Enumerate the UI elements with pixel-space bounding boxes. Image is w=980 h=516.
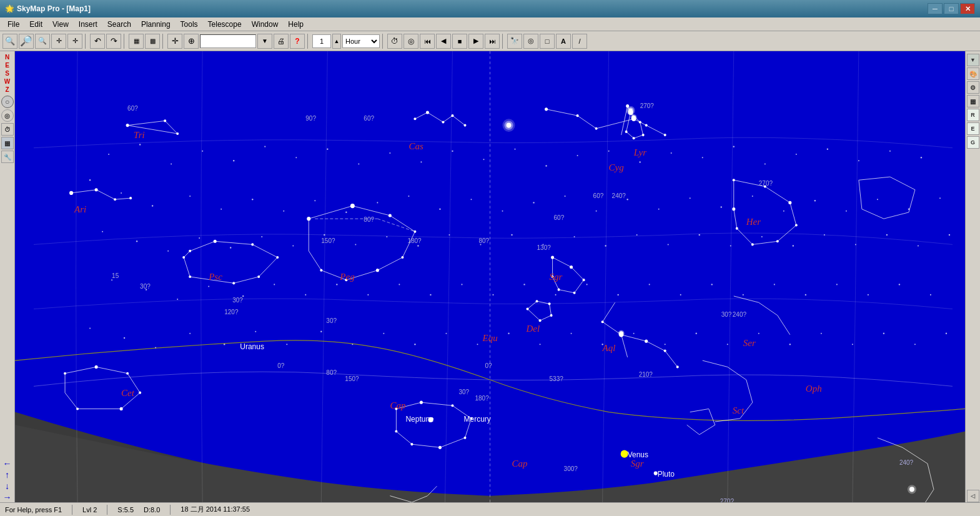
main-area: N E S W Z ○ ◎ ⏱ ▦ 🔧 ← ↑ ↓ → (0, 51, 980, 502)
svg-point-264 (189, 275, 191, 278)
crosshair-ew-button[interactable]: ✛ (67, 34, 82, 49)
svg-point-271 (376, 269, 379, 272)
menu-insert[interactable]: Insert (74, 19, 102, 30)
svg-text:30?: 30? (326, 317, 337, 324)
search-dropdown-button[interactable]: ▼ (257, 34, 272, 49)
step-back-end[interactable]: ⏮ (420, 34, 435, 49)
svg-point-207 (461, 284, 462, 285)
svg-point-254 (69, 191, 73, 195)
right-btn-4[interactable]: ▦ (967, 95, 979, 107)
reticle-button[interactable]: ◎ (1, 109, 14, 122)
right-btn-2[interactable]: 🎨 (967, 67, 979, 80)
svg-point-113 (108, 154, 109, 155)
help-button[interactable]: ? (290, 34, 305, 49)
right-btn-1[interactable]: ▼ (967, 54, 979, 66)
toolbar: 🔍 🔎 🔍 ✛ ✛ ↶ ↷ ▦ ▩ ✛ ⊕ ▼ 🖨 ? ▲ Hour Minut… (0, 31, 980, 51)
text-button[interactable]: A (556, 34, 571, 49)
step-back[interactable]: ◀ (436, 34, 451, 49)
step-fwd-end[interactable]: ⏭ (485, 34, 500, 49)
scroll-up-button[interactable]: ↑ (5, 470, 9, 480)
grid-side-button[interactable]: ▦ (1, 137, 14, 149)
grid-button[interactable]: ▦ (129, 34, 144, 49)
compass-circle[interactable]: ○ (1, 96, 14, 108)
menu-search[interactable]: Search (102, 19, 136, 30)
right-sidebar-resize[interactable]: ◁ (967, 490, 979, 502)
svg-point-195 (949, 234, 950, 236)
svg-point-203 (336, 284, 337, 285)
crosshair2-button[interactable]: ⊕ (184, 34, 199, 49)
svg-text:150?: 150? (321, 237, 335, 244)
undo-button[interactable]: ↶ (90, 34, 105, 49)
target-button[interactable]: ◎ (403, 34, 418, 49)
svg-point-255 (95, 188, 98, 191)
svg-point-319 (95, 365, 98, 369)
restore-button[interactable]: □ (944, 3, 959, 14)
clock-button[interactable]: ⏱ (387, 34, 402, 49)
circle-button[interactable]: ◎ (523, 34, 538, 49)
svg-point-250 (946, 333, 947, 334)
svg-point-267 (350, 204, 355, 208)
right-btn-6[interactable]: E (967, 122, 979, 135)
right-btn-3[interactable]: ⚙ (967, 81, 979, 94)
menu-tools[interactable]: Tools (176, 19, 203, 30)
crosshair-button[interactable]: ✛ (167, 34, 182, 49)
svg-point-137 (858, 160, 859, 161)
svg-point-202 (305, 294, 306, 295)
skymap[interactable]: Tri Ari Psc Peg Cet Cap PsA Cas Cyg Lyr … (15, 51, 965, 502)
svg-point-261 (276, 256, 279, 259)
right-btn-7[interactable]: G (967, 136, 979, 149)
svg-point-190 (793, 245, 794, 246)
svg-point-212 (617, 294, 618, 295)
svg-point-283 (642, 134, 645, 136)
menu-telescope[interactable]: Telescope (203, 19, 247, 30)
svg-point-206 (430, 294, 431, 295)
svg-point-304 (788, 201, 791, 204)
print-button[interactable]: 🖨 (274, 34, 289, 49)
square-button[interactable]: □ (540, 34, 555, 49)
step-up-button[interactable]: ▲ (332, 34, 341, 49)
svg-text:240?: 240? (733, 311, 747, 318)
menu-edit[interactable]: Edit (24, 19, 47, 30)
svg-point-317 (395, 430, 397, 432)
tools-side-button[interactable]: 🔧 (1, 151, 14, 163)
svg-point-176 (355, 244, 356, 245)
svg-point-276 (595, 127, 598, 130)
play-button[interactable]: ▶ (468, 34, 483, 49)
clock-side-button[interactable]: ⏱ (1, 123, 14, 136)
scroll-right-button[interactable]: → (3, 492, 12, 502)
minimize-button[interactable]: ─ (928, 3, 943, 14)
zoom-out-button[interactable]: 🔎 (19, 34, 34, 49)
svg-point-288 (548, 302, 551, 305)
close-button[interactable]: ✕ (960, 3, 975, 14)
svg-point-296 (551, 256, 554, 259)
svg-point-308 (736, 227, 738, 230)
crosshair-ns-button[interactable]: ✛ (51, 34, 66, 49)
svg-text:270?: 270? (640, 102, 655, 109)
menu-file[interactable]: File (2, 19, 24, 30)
step-unit-select[interactable]: Hour Minute Day Month (342, 34, 380, 48)
menu-window[interactable]: Window (247, 19, 284, 30)
step-value-input[interactable] (312, 34, 331, 48)
svg-point-154 (533, 202, 534, 203)
svg-text:60?: 60? (554, 214, 565, 221)
stop-button[interactable]: ■ (452, 34, 467, 49)
right-btn-5[interactable]: R (967, 109, 979, 121)
object-search-input[interactable] (200, 34, 256, 48)
line-button[interactable]: / (572, 34, 587, 49)
telescope-icon[interactable]: 🔭 (507, 34, 522, 49)
svg-point-175 (324, 234, 325, 236)
menu-planning[interactable]: Planning (136, 19, 176, 30)
redo-button[interactable]: ↷ (106, 34, 121, 49)
svg-point-141 (121, 192, 122, 194)
menu-help[interactable]: Help (283, 19, 309, 30)
grid2-button[interactable]: ▩ (145, 34, 160, 49)
menu-view[interactable]: View (47, 19, 74, 30)
svg-point-306 (776, 240, 779, 242)
svg-text:30?: 30? (458, 389, 469, 395)
compass-w: W (4, 78, 10, 85)
find-button[interactable]: 🔍 (35, 34, 50, 49)
zoom-in-button[interactable]: 🔍 (2, 34, 17, 49)
scroll-down-button[interactable]: ↓ (5, 481, 9, 491)
scroll-left-button[interactable]: ← (3, 459, 12, 469)
svg-point-191 (824, 234, 825, 236)
